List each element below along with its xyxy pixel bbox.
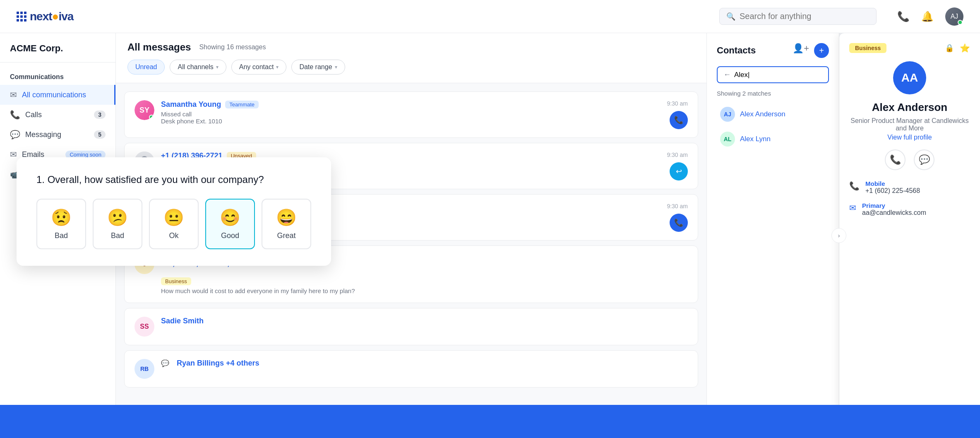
all-comm-icon: ✉ xyxy=(10,90,17,100)
contacts-panel: Contacts 👤+ + ← Showing 2 matches AJ Ale… xyxy=(707,33,839,438)
navbar-icons: 📞 🔔 AJ xyxy=(897,7,963,26)
survey-option-ok[interactable]: 😐 Ok xyxy=(149,199,199,249)
search-input[interactable] xyxy=(740,12,870,21)
phone-icon: 📞 xyxy=(849,181,860,191)
apps-grid-icon[interactable] xyxy=(17,12,26,22)
sidebar-section-communications: Communications xyxy=(0,69,115,85)
filter-date-range[interactable]: Date range ▾ xyxy=(291,60,345,75)
email-label: Primary xyxy=(862,202,926,209)
great-label: Great xyxy=(277,231,295,240)
ok-emoji: 😐 xyxy=(163,208,184,227)
emails-icon: ✉ xyxy=(10,149,17,159)
mobile-details: Mobile +1 (602) 225-4568 xyxy=(865,180,920,195)
avatar: AJ xyxy=(720,107,735,122)
phone-icon[interactable]: 📞 xyxy=(897,11,910,22)
bad1-label: Bad xyxy=(55,231,68,240)
search-bar[interactable]: 🔍 xyxy=(719,8,877,25)
contact-item-alex-lynn[interactable]: AL Alex Lynn xyxy=(717,127,829,152)
showing-label: Showing 16 messages xyxy=(199,43,266,51)
message-time-row: 9:30 am 📞 xyxy=(667,203,688,232)
email-icon: ✉ xyxy=(849,203,856,213)
sender-tag: Teammate xyxy=(225,101,259,108)
message-time-row: 9:30 am 📞 xyxy=(667,100,688,129)
contact-search-box[interactable]: ← xyxy=(717,66,829,83)
message-time: 9:30 am xyxy=(667,152,688,158)
email-value: aa@candlewicks.com xyxy=(862,209,926,217)
lock-icon[interactable]: 🔒 xyxy=(945,43,954,53)
chevron-down-icon: ▾ xyxy=(335,64,337,70)
good-emoji: 😊 xyxy=(220,208,240,227)
expand-contacts-button[interactable]: › xyxy=(831,228,846,243)
showing-matches: Showing 2 matches xyxy=(717,90,829,97)
add-contact-button[interactable]: + xyxy=(814,43,829,58)
add-contact-icon[interactable]: 👤+ xyxy=(793,43,809,58)
contact-detail-panel: Business 🔒 ⭐ AA Alex Anderson Senior Pro… xyxy=(839,33,980,438)
ok-label: Ok xyxy=(169,231,178,240)
survey-option-great[interactable]: 😄 Great xyxy=(262,199,311,249)
filter-row: Unread All channels ▾ Any contact ▾ Date… xyxy=(127,60,695,75)
call-action-button[interactable]: 📞 xyxy=(670,111,688,129)
detail-icons: 🔒 ⭐ xyxy=(945,43,970,53)
star-icon[interactable]: ⭐ xyxy=(960,43,970,53)
sidebar-item-label: All communications xyxy=(22,91,104,99)
view-profile-link[interactable]: View full profile xyxy=(849,134,970,141)
bell-icon[interactable]: 🔔 xyxy=(921,11,934,22)
message-card[interactable]: RB 💬 Ryan Billings +4 others xyxy=(124,350,698,387)
message-content: 💬 Ryan Billings +4 others xyxy=(161,359,688,369)
sender-name: Ryan Billings +4 others xyxy=(177,359,259,368)
message-time-row: 9:30 am ↩ xyxy=(667,152,688,180)
sidebar-item-all-communications[interactable]: ✉ All communications xyxy=(0,85,115,105)
filter-unread[interactable]: Unread xyxy=(127,60,165,75)
mobile-value: +1 (602) 225-4568 xyxy=(865,187,920,195)
call-action-button[interactable]: 📞 xyxy=(670,214,688,232)
sidebar-item-label: Calls xyxy=(25,111,89,119)
sidebar-item-calls[interactable]: 📞 Calls 3 xyxy=(0,105,115,125)
chevron-down-icon: ▾ xyxy=(276,64,279,70)
reply-action-button[interactable]: ↩ xyxy=(670,162,688,180)
contact-full-name: Alex Anderson xyxy=(849,101,970,114)
message-content: Samantha Young Teammate Missed call Desk… xyxy=(161,100,660,125)
avatar: AL xyxy=(720,132,735,147)
message-content: Sadie Smith xyxy=(161,317,688,327)
survey-overlay: 1. Overall, how satisfied are you with o… xyxy=(17,157,331,266)
messaging-badge: 5 xyxy=(94,130,106,139)
calls-badge: 3 xyxy=(94,111,106,119)
message-card[interactable]: SS Sadie Smith xyxy=(124,308,698,345)
user-avatar[interactable]: AJ xyxy=(945,7,963,26)
phone-action-button[interactable]: 📞 xyxy=(885,149,906,170)
sidebar-item-messaging[interactable]: 💬 Messaging 5 xyxy=(0,125,115,144)
avatar-initials: AJ xyxy=(951,13,958,20)
avatar: SY xyxy=(135,100,154,120)
bad2-label: Bad xyxy=(111,231,124,240)
great-emoji: 😄 xyxy=(276,208,297,227)
good-label: Good xyxy=(221,231,239,240)
back-arrow-icon[interactable]: ← xyxy=(723,70,731,79)
online-indicator xyxy=(149,115,154,120)
message-card[interactable]: SY Samantha Young Teammate Missed call D… xyxy=(124,91,698,138)
contact-title: Senior Product Manager at Candlewicks an… xyxy=(849,117,970,132)
business-tag: Business xyxy=(161,277,191,285)
email-details: Primary aa@candlewicks.com xyxy=(862,202,926,217)
survey-option-good[interactable]: 😊 Good xyxy=(205,199,255,249)
filter-any-contact[interactable]: Any contact ▾ xyxy=(231,60,287,75)
online-indicator xyxy=(958,20,963,25)
sender-name: Samantha Young xyxy=(161,100,221,109)
contact-name: Alex Lynn xyxy=(740,135,771,143)
mobile-label: Mobile xyxy=(865,180,920,187)
messages-title: All messages xyxy=(127,41,191,53)
email-info: ✉ Primary aa@candlewicks.com xyxy=(849,202,970,217)
filter-all-channels[interactable]: All channels ▾ xyxy=(170,60,226,75)
avatar: SS xyxy=(135,317,154,337)
message-content-detail: Business How much would it cost to add e… xyxy=(161,277,355,294)
message-action-button[interactable]: 💬 xyxy=(914,149,934,170)
contacts-actions: 👤+ + xyxy=(793,43,829,58)
contacts-title: Contacts xyxy=(717,45,756,56)
survey-option-bad2[interactable]: 😕 Bad xyxy=(93,199,142,249)
contacts-header: Contacts 👤+ + xyxy=(717,43,829,58)
contact-search-input[interactable] xyxy=(734,71,822,79)
contact-item-alex-anderson[interactable]: AJ Alex Anderson xyxy=(717,102,829,127)
message-time: 9:30 am xyxy=(667,100,688,107)
survey-option-bad1[interactable]: 😟 Bad xyxy=(36,199,86,249)
message-line1: How much would it cost to add everyone i… xyxy=(161,287,355,294)
avatar: RB xyxy=(135,359,154,379)
